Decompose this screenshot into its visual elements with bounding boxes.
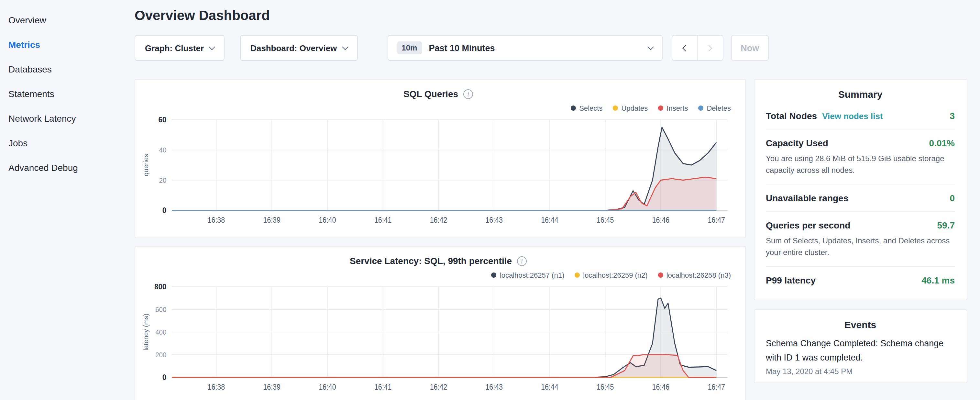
time-range-badge: 10m bbox=[397, 41, 422, 54]
svg-text:16:39: 16:39 bbox=[263, 216, 280, 224]
svg-text:0: 0 bbox=[162, 373, 166, 382]
svg-text:800: 800 bbox=[154, 282, 166, 291]
page-title: Overview Dashboard bbox=[135, 8, 967, 23]
legend-dot-icon bbox=[574, 273, 580, 278]
svg-text:16:39: 16:39 bbox=[263, 383, 280, 391]
svg-text:16:42: 16:42 bbox=[430, 383, 447, 391]
legend-label: localhost:26259 (n2) bbox=[583, 271, 648, 279]
left-sidebar: Overview Metrics Databases Statements Ne… bbox=[0, 0, 123, 400]
summary-description: Sum of Selects, Updates, Inserts, and De… bbox=[766, 235, 955, 258]
info-icon[interactable] bbox=[463, 89, 473, 99]
summary-value: 46.1 ms bbox=[921, 275, 955, 285]
previous-time-button[interactable] bbox=[671, 35, 697, 61]
sql-queries-chart-card: SQL Queries SelectsUpdatesInsertsDeletes… bbox=[135, 79, 746, 238]
chart-legend: localhost:26257 (n1)localhost:26259 (n2)… bbox=[142, 270, 731, 280]
svg-text:16:40: 16:40 bbox=[319, 383, 336, 391]
sidebar-item-databases[interactable]: Databases bbox=[8, 57, 123, 81]
sidebar-item-jobs[interactable]: Jobs bbox=[8, 131, 123, 155]
svg-text:16:45: 16:45 bbox=[597, 383, 614, 391]
legend-label: Selects bbox=[579, 104, 603, 112]
toolbar: Graph: Cluster Dashboard: Overview 10m P… bbox=[135, 35, 967, 61]
events-panel: Events Schema Change Completed: Schema c… bbox=[754, 309, 967, 383]
legend-dot-icon bbox=[698, 105, 703, 111]
summary-row-unavailable-ranges: Unavailable ranges 0 bbox=[766, 185, 955, 212]
svg-text:200: 200 bbox=[155, 351, 166, 359]
svg-text:16:44: 16:44 bbox=[541, 216, 558, 224]
sidebar-item-statements[interactable]: Statements bbox=[8, 81, 123, 106]
chart-title: Service Latency: SQL, 99th percentile bbox=[350, 256, 512, 266]
next-time-button[interactable] bbox=[697, 35, 723, 61]
dashboard-dropdown-label: Dashboard: Overview bbox=[250, 43, 337, 53]
time-range-label: Past 10 Minutes bbox=[429, 43, 495, 53]
graph-dropdown-label: Graph: Cluster bbox=[145, 43, 204, 53]
summary-row-total-nodes: Total Nodes View nodes list 3 bbox=[766, 102, 955, 129]
legend-item: Deletes bbox=[698, 103, 731, 113]
legend-label: Inserts bbox=[667, 104, 688, 112]
chart-title: SQL Queries bbox=[404, 89, 458, 99]
now-button[interactable]: Now bbox=[731, 35, 769, 61]
svg-text:400: 400 bbox=[155, 328, 166, 336]
svg-text:queries: queries bbox=[143, 154, 150, 176]
service-latency-chart[interactable]: 16:3816:3916:4016:4116:4216:4316:4416:45… bbox=[142, 282, 735, 395]
info-icon[interactable] bbox=[517, 256, 527, 266]
summary-panel: Summary Total Nodes View nodes list 3 Ca… bbox=[754, 79, 967, 300]
svg-text:latency (ms): latency (ms) bbox=[143, 314, 150, 351]
chart-header: SQL Queries SelectsUpdatesInsertsDeletes bbox=[142, 89, 735, 113]
dashboard-body: SQL Queries SelectsUpdatesInsertsDeletes… bbox=[135, 79, 967, 400]
summary-label: P99 latency bbox=[766, 275, 816, 285]
legend-label: Deletes bbox=[706, 104, 731, 112]
legend-item: Selects bbox=[571, 103, 603, 113]
svg-text:16:47: 16:47 bbox=[708, 383, 725, 391]
svg-text:60: 60 bbox=[158, 115, 166, 124]
legend-item: localhost:26258 (n3) bbox=[658, 270, 731, 280]
summary-value: 0.01% bbox=[929, 138, 955, 148]
summary-label: Total Nodes bbox=[766, 111, 817, 121]
svg-text:16:41: 16:41 bbox=[374, 383, 392, 391]
legend-dot-icon bbox=[658, 273, 663, 278]
summary-title: Summary bbox=[766, 89, 955, 100]
svg-text:16:41: 16:41 bbox=[374, 216, 392, 224]
event-text: Schema Change Completed: Schema change w… bbox=[766, 336, 955, 364]
svg-text:16:43: 16:43 bbox=[485, 216, 503, 224]
svg-text:40: 40 bbox=[159, 146, 167, 155]
chevron-down-icon bbox=[342, 43, 348, 50]
sql-queries-chart[interactable]: 16:3816:3916:4016:4116:4216:4316:4416:45… bbox=[142, 115, 735, 228]
graph-dropdown[interactable]: Graph: Cluster bbox=[135, 35, 224, 61]
svg-text:16:42: 16:42 bbox=[430, 216, 447, 224]
svg-text:16:45: 16:45 bbox=[597, 216, 614, 224]
right-sidebar: Summary Total Nodes View nodes list 3 Ca… bbox=[754, 79, 967, 383]
legend-label: Updates bbox=[621, 104, 648, 112]
event-item: Schema Change Completed: Schema change w… bbox=[766, 336, 955, 376]
chevron-right-icon bbox=[706, 45, 712, 51]
summary-row-queries-per-second: Queries per second 59.7 Sum of Selects, … bbox=[766, 212, 955, 267]
legend-dot-icon bbox=[658, 105, 663, 111]
chevron-down-icon bbox=[647, 43, 654, 50]
view-nodes-list-link[interactable]: View nodes list bbox=[822, 112, 883, 121]
legend-label: localhost:26258 (n3) bbox=[667, 271, 731, 279]
service-latency-chart-card: Service Latency: SQL, 99th percentile lo… bbox=[135, 246, 746, 400]
legend-item: Updates bbox=[613, 103, 648, 113]
legend-item: localhost:26259 (n2) bbox=[574, 270, 648, 280]
dashboard-dropdown[interactable]: Dashboard: Overview bbox=[240, 35, 358, 61]
svg-text:16:44: 16:44 bbox=[541, 383, 558, 391]
svg-text:0: 0 bbox=[162, 206, 166, 215]
summary-value: 3 bbox=[950, 111, 955, 121]
sidebar-item-network-latency[interactable]: Network Latency bbox=[8, 106, 123, 131]
svg-text:16:38: 16:38 bbox=[208, 383, 225, 391]
svg-text:16:43: 16:43 bbox=[485, 383, 503, 391]
svg-text:20: 20 bbox=[159, 176, 167, 185]
svg-text:600: 600 bbox=[155, 306, 166, 314]
chevron-left-icon bbox=[682, 45, 689, 51]
legend-dot-icon bbox=[492, 273, 496, 278]
summary-row-p99-latency: P99 latency 46.1 ms bbox=[766, 267, 955, 293]
sidebar-item-metrics[interactable]: Metrics bbox=[8, 32, 123, 57]
sidebar-item-overview[interactable]: Overview bbox=[8, 8, 123, 32]
sidebar-item-advanced-debug[interactable]: Advanced Debug bbox=[8, 155, 123, 180]
time-range-selector[interactable]: 10m Past 10 Minutes bbox=[387, 35, 662, 61]
app-root: Overview Metrics Databases Statements Ne… bbox=[0, 0, 980, 400]
summary-label: Capacity Used bbox=[766, 138, 828, 148]
svg-text:16:47: 16:47 bbox=[708, 216, 725, 224]
chart-header: Service Latency: SQL, 99th percentile lo… bbox=[142, 256, 735, 280]
svg-text:16:46: 16:46 bbox=[652, 216, 670, 224]
svg-text:16:46: 16:46 bbox=[652, 383, 670, 391]
